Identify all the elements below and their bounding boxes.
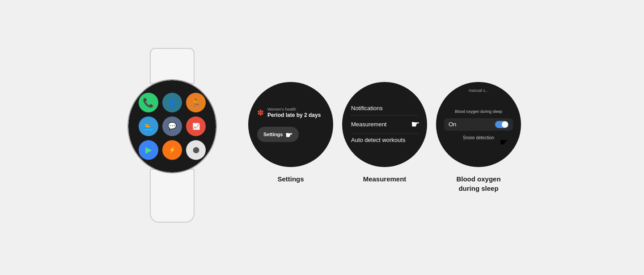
partial-top-text: manual s... (436, 88, 521, 93)
screens-section: ✽ Women's health Period late by 2 days S… (248, 82, 521, 193)
blood-oxygen-screen-circle: manual s... Blood oxygen during sleep On… (436, 82, 521, 167)
watch-illustration: 📞 👤 🏃 🏊 💬 📈 ▶ ⚡ ⬤ (123, 43, 221, 232)
watch-screen: 📞 👤 🏃 🏊 💬 📈 ▶ ⚡ ⬤ (128, 80, 216, 172)
app-icon-swim[interactable]: 🏊 (139, 116, 158, 136)
bo-on-label: On (449, 121, 456, 128)
settings-notification: ✽ Women's health Period late by 2 days (257, 107, 324, 119)
toggle-track[interactable] (495, 121, 508, 128)
cursor-hand-icon: ☛ (285, 130, 292, 140)
watch-wrapper: 📞 👤 🏃 🏊 💬 📈 ▶ ⚡ ⬤ (123, 43, 221, 232)
measurement-screen-label: Measurement (363, 174, 407, 184)
blood-oxygen-screen-label: Blood oxygen during sleep (456, 174, 500, 193)
settings-button[interactable]: Settings ☛ (257, 127, 299, 142)
menu-item-measurement: Measurement ☛ (351, 116, 418, 134)
app-icon-pulse[interactable]: 📈 (186, 116, 206, 136)
app-icon-messages[interactable]: 💬 (162, 116, 182, 136)
app-icon-galaxy[interactable]: ⬤ (186, 140, 206, 160)
app-icon-playstore[interactable]: ▶ (139, 140, 158, 160)
notification-title: Period late by 2 days (267, 112, 321, 119)
watch-band-top (150, 48, 195, 84)
menu-item-notifications: Notifications (351, 102, 418, 116)
notification-subtitle: Women's health (267, 107, 321, 112)
screen-item-settings: ✽ Women's health Period late by 2 days S… (248, 82, 333, 184)
settings-screen-circle: ✽ Women's health Period late by 2 days S… (248, 82, 333, 167)
app-icon-app1[interactable]: ⚡ (162, 140, 182, 160)
settings-button-label: Settings (263, 132, 283, 137)
bo-cursor-icon: ☛ (500, 137, 508, 148)
measurement-label: Measurement (351, 121, 386, 129)
bo-toggle-row: On (444, 118, 513, 131)
toggle-thumb (502, 121, 508, 128)
watch-body: 📞 👤 🏃 🏊 💬 📈 ▶ ⚡ ⬤ (127, 79, 217, 173)
toggle-container (495, 121, 508, 128)
blood-oxygen-header: Blood oxygen during sleep (444, 109, 513, 114)
watch-crown (216, 120, 217, 133)
notification-text: Women's health Period late by 2 days (267, 107, 321, 119)
menu-item-auto-detect: Auto detect workouts (351, 134, 418, 147)
snowflake-icon: ✽ (257, 108, 264, 118)
settings-btn-wrapper: Settings ☛ (257, 127, 324, 142)
menu-cursor-icon: ☛ (411, 118, 420, 131)
measurement-screen-circle: Notifications Measurement ☛ Auto detect … (342, 82, 427, 167)
screen-item-measurement: Notifications Measurement ☛ Auto detect … (342, 82, 427, 184)
screen-item-blood-oxygen: manual s... Blood oxygen during sleep On… (436, 82, 521, 193)
watch-band-bottom (150, 169, 195, 223)
app-icon-person[interactable]: 🏃 (186, 93, 206, 112)
app-icon-contacts[interactable]: 👤 (162, 93, 182, 112)
settings-screen-label: Settings (277, 174, 304, 184)
app-icon-phone[interactable]: 📞 (139, 93, 158, 112)
main-container: 📞 👤 🏃 🏊 💬 📈 ▶ ⚡ ⬤ (0, 0, 644, 275)
